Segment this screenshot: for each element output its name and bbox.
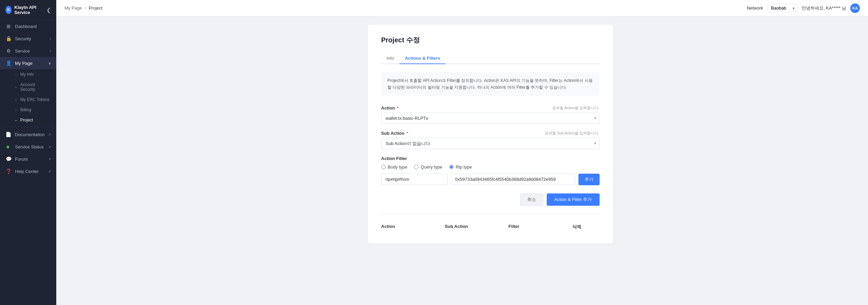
sub-item-label: My Info (20, 72, 34, 77)
radio-input-query-type[interactable] (414, 165, 418, 169)
tab-info[interactable]: Info (381, 53, 400, 64)
info-box-text: Project에서 호출할 API Action과 Filter를 정의합니다.… (387, 78, 593, 90)
breadcrumb-separator: > (84, 5, 87, 11)
action-select-wrap: wallet:tx:basic-RLPTx (381, 113, 600, 124)
mypage-icon: 👤 (5, 60, 12, 66)
user-avatar: KA (850, 3, 860, 13)
dashboard-icon: ⊞ (5, 24, 12, 29)
network-select[interactable]: Baobab Cypress (767, 4, 797, 12)
filter-input-row: 추가 (381, 174, 600, 185)
table-header-sub-action: Sub Action (445, 221, 509, 233)
chevron-right-icon: › (50, 49, 51, 53)
action-field-group: Action * 검색할 Action을 입력합니다. wallet:tx:ba… (381, 105, 600, 124)
sidebar-item-label: Documentation (15, 132, 45, 137)
action-select[interactable]: wallet:tx:basic-RLPTx (381, 113, 600, 124)
action-field-label: Action * (381, 105, 399, 111)
add-filter-button[interactable]: 추가 (578, 174, 600, 185)
radio-body-type[interactable]: Body type (381, 164, 408, 170)
breadcrumb-parent[interactable]: My Page (64, 5, 82, 11)
chevron-right-icon: › (50, 37, 51, 41)
external-link-icon: ↗ (48, 133, 51, 136)
sidebar-sub-item-erc-tokens[interactable]: My ERC Tokens (0, 95, 56, 105)
service-status-icon (5, 144, 12, 149)
filter-key-input[interactable] (381, 174, 447, 185)
action-filter-label: Action Filter (381, 156, 600, 161)
sidebar-divider (0, 127, 56, 127)
sub-action-field-group: Sub Action * 검색할 Sub Action을 입력합니다. Sub … (381, 131, 600, 149)
sidebar-item-service[interactable]: ⚙ Service › (0, 45, 56, 57)
sidebar-item-dashboard[interactable]: ⊞ Dashboard (0, 20, 56, 32)
submit-button[interactable]: Action & Filter 추가 (547, 193, 600, 206)
breadcrumb: My Page > Project (64, 5, 744, 11)
network-label: Network (747, 5, 763, 11)
tabs-container: Info Actions & Filters (381, 53, 600, 64)
table-header-filter: Filter (509, 221, 572, 233)
user-greeting: 안녕하세요, KA***** 님 (801, 5, 846, 11)
sidebar-toggle-button[interactable]: ❮ (46, 7, 51, 13)
sidebar-item-security[interactable]: 🔒 Security › (0, 32, 56, 45)
action-field-hint: 검색할 Action을 입력합니다. (552, 105, 600, 111)
sub-action-field-hint: 검색할 Sub Action을 입력합니다. (545, 131, 600, 136)
sidebar-sub-item-billing[interactable]: Billing (0, 105, 56, 115)
sidebar-logo-text: Klaytn API Service (14, 5, 44, 15)
form-action-row: 취소 Action & Filter 추가 (381, 193, 600, 206)
main-content: Project 수정 Info Actions & Filters Projec… (113, 16, 868, 305)
cancel-button[interactable]: 취소 (520, 193, 543, 206)
sub-item-label: Billing (20, 107, 31, 112)
logo-icon: K (5, 6, 12, 14)
sidebar-sub-item-project[interactable]: Project (0, 115, 56, 125)
action-field-header: Action * 검색할 Action을 입력합니다. (381, 105, 600, 111)
sub-item-label: My ERC Tokens (20, 97, 50, 102)
sub-action-select-wrap: Sub Action이 없습니다. (381, 138, 600, 149)
sidebar-item-help-center[interactable]: ❓ Help Center ↗ (0, 165, 56, 177)
project-edit-card: Project 수정 Info Actions & Filters Projec… (368, 25, 613, 244)
page-title: Project 수정 (381, 35, 600, 45)
table-header-row: Action Sub Action Filter 삭제 (381, 214, 600, 233)
sub-item-label: Account Security (20, 82, 51, 92)
sub-action-field-label: Sub Action * (381, 131, 408, 136)
sidebar-sub-item-account-security[interactable]: Account Security (0, 79, 56, 95)
sidebar-item-service-status[interactable]: Service Status ↗ (0, 141, 56, 153)
sidebar-item-label: Service Status (15, 144, 44, 149)
security-icon: 🔒 (5, 36, 12, 41)
chevron-down-icon: ∨ (48, 61, 51, 65)
sidebar-item-label: Security (15, 36, 31, 41)
network-select-wrap: Baobab Cypress (767, 4, 797, 12)
topbar: My Page > Project Network Baobab Cypress… (56, 0, 868, 16)
action-filter-section: Action Filter Body type Query type Rlp t… (381, 156, 600, 185)
sidebar-item-label: My Page (15, 61, 32, 66)
sidebar-item-mypage[interactable]: 👤 My Page ∨ (0, 57, 56, 69)
external-link-icon: ↗ (48, 145, 51, 149)
sidebar-sub-item-myinfo[interactable]: My Info (0, 69, 56, 79)
external-link-icon: ↗ (48, 157, 51, 161)
sub-action-select[interactable]: Sub Action이 없습니다. (381, 138, 600, 149)
sub-action-field-header: Sub Action * 검색할 Sub Action을 입력합니다. (381, 131, 600, 136)
sidebar-item-documentation[interactable]: 📄 Documentation ↗ (0, 128, 56, 141)
info-box: Project에서 호출할 API Action과 Filter를 정의합니다.… (381, 72, 600, 96)
forum-icon: 💬 (5, 156, 12, 162)
radio-label-rlp-type: Rlp type (456, 164, 472, 170)
sidebar-item-label: Service (15, 48, 30, 54)
radio-query-type[interactable]: Query type (414, 164, 442, 170)
help-icon: ❓ (5, 169, 12, 174)
sidebar-item-label: Forum (15, 157, 28, 162)
radio-input-body-type[interactable] (381, 165, 386, 169)
breadcrumb-current: Project (89, 5, 102, 11)
table-header-delete: 삭제 (572, 221, 600, 233)
radio-rlp-type[interactable]: Rlp type (449, 164, 472, 170)
radio-label-body-type: Body type (388, 164, 408, 170)
radio-group: Body type Query type Rlp type (381, 164, 600, 170)
sub-item-label: Project (20, 118, 33, 122)
sidebar-item-label: Help Center (15, 169, 39, 174)
topbar-right: Network Baobab Cypress 안녕하세요, KA***** 님 … (747, 3, 860, 13)
sidebar-item-label: Dashboard (15, 24, 37, 29)
external-link-icon: ↗ (48, 170, 51, 173)
sidebar: K Klaytn API Service ❮ ⊞ Dashboard 🔒 Sec… (0, 0, 56, 305)
sidebar-item-forum[interactable]: 💬 Forum ↗ (0, 153, 56, 165)
documentation-icon: 📄 (5, 132, 12, 137)
radio-label-query-type: Query type (421, 164, 442, 170)
filter-value-input[interactable] (451, 174, 575, 185)
table-header-action: Action (381, 221, 445, 233)
radio-input-rlp-type[interactable] (449, 165, 454, 169)
tab-actions-filters[interactable]: Actions & Filters (399, 53, 445, 64)
